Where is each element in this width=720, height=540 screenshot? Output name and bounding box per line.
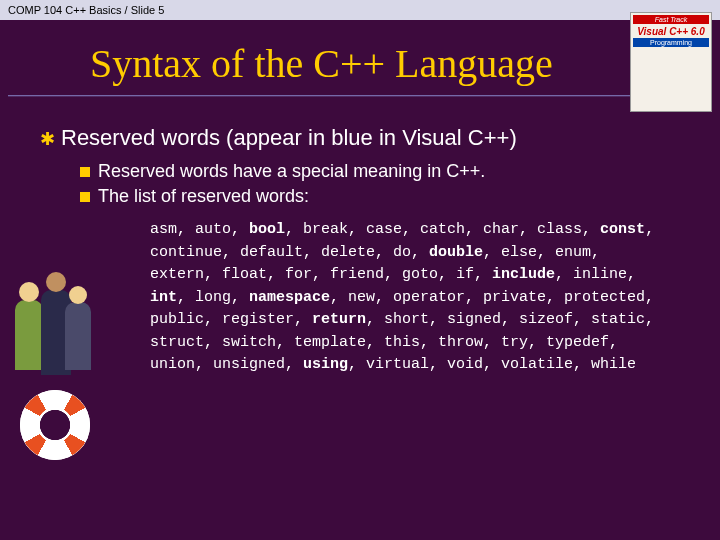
star-icon: ✱ <box>40 129 55 149</box>
main-bullet-text: Reserved words (appear in blue in Visual… <box>61 125 517 150</box>
sub-bullets: Reserved words have a special meaning in… <box>80 161 700 207</box>
square-icon <box>80 167 90 177</box>
book-banner: Fast Track <box>633 15 709 24</box>
lifebuoy-icon <box>20 390 90 460</box>
title-divider <box>8 95 712 97</box>
content-area: ✱Reserved words (appear in blue in Visua… <box>0 125 720 377</box>
square-icon <box>80 192 90 202</box>
clipart-decoration <box>10 290 100 470</box>
sub-bullet-1: Reserved words have a special meaning in… <box>80 161 700 182</box>
sub-bullet-2-text: The list of reserved words: <box>98 186 309 206</box>
book-subtitle: Programming <box>633 38 709 47</box>
book-thumbnail: Fast Track Visual C++ 6.0 Programming <box>630 12 712 112</box>
keyword-list: asm, auto, bool, break, case, catch, cha… <box>150 219 660 377</box>
sub-bullet-1-text: Reserved words have a special meaning in… <box>98 161 485 181</box>
book-title: Visual C++ 6.0 <box>633 26 709 37</box>
people-icon <box>15 290 95 390</box>
page-title: Syntax of the C++ Language <box>0 20 720 95</box>
slide-header: COMP 104 C++ Basics / Slide 5 <box>0 0 720 20</box>
sub-bullet-2: The list of reserved words: <box>80 186 700 207</box>
main-bullet: ✱Reserved words (appear in blue in Visua… <box>40 125 700 151</box>
